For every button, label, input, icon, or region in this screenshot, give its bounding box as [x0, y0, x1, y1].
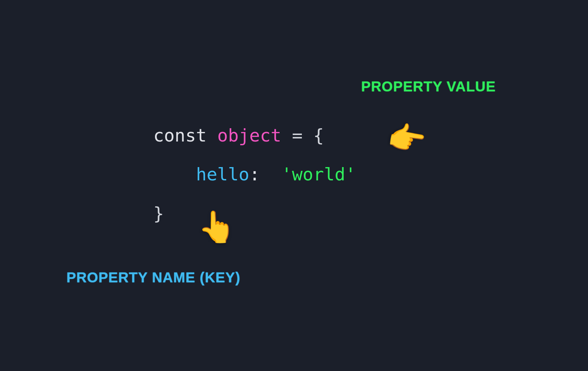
- code-colon: :: [249, 164, 281, 184]
- property-value-label: PROPERTY VALUE: [361, 78, 496, 95]
- pointing-hand-icon: 👆: [198, 211, 236, 242]
- code-indent: [153, 164, 196, 184]
- code-keyword-const: const: [153, 125, 217, 146]
- code-property-value: 'world': [281, 164, 356, 184]
- code-explainer-slide: PROPERTY VALUE 👆 const object = { hello:…: [0, 0, 588, 371]
- property-key-label: PROPERTY NAME (KEY): [66, 269, 241, 286]
- code-equals-open-brace: = {: [281, 125, 324, 146]
- code-snippet: const object = { hello: 'world' }: [153, 116, 356, 233]
- code-close-brace: }: [153, 203, 164, 224]
- code-identifier-object: object: [217, 125, 281, 146]
- code-property-key: hello: [196, 164, 249, 184]
- pointing-hand-icon: 👆: [389, 117, 426, 160]
